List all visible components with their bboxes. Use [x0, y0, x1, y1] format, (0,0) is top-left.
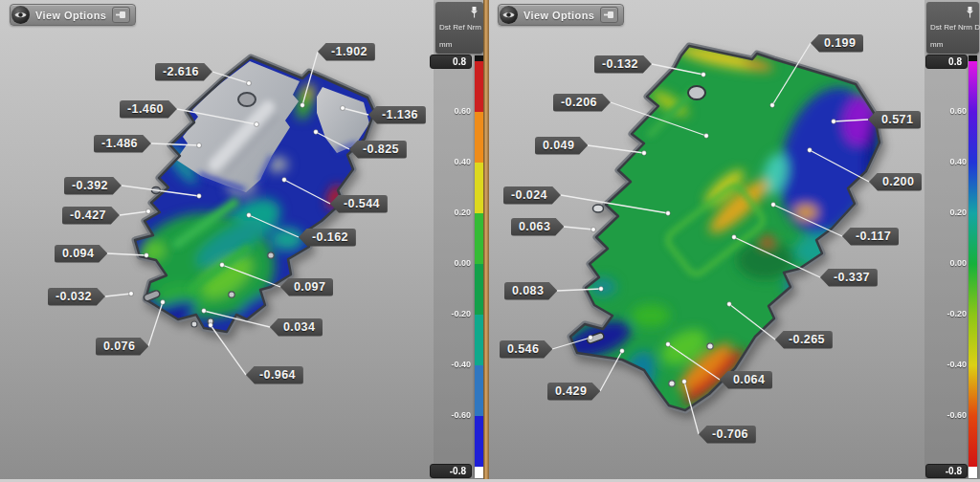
measurement-tag[interactable]: 0.429 — [547, 383, 600, 401]
scale-tick-label: -0.20 — [451, 309, 471, 318]
measurement-tag[interactable]: -0.117 — [842, 228, 899, 246]
scale-unit: mm — [439, 40, 452, 49]
measurement-tag[interactable]: -0.825 — [349, 141, 407, 159]
scale-tick-label: 0.60 — [949, 106, 967, 116]
measurement-tag[interactable]: -1.902 — [318, 43, 375, 61]
scale-title: Dst Ref Nrm Dir — [930, 23, 980, 32]
measurement-tag[interactable]: 0.063 — [511, 218, 564, 236]
scale-header: Dst Ref Nrm Dir mm — [926, 2, 979, 54]
panel-divider[interactable] — [483, 0, 489, 482]
color-scale[interactable]: Dst Ref Nrm Dir mm 0.8 -0.8 0.600.400.20… — [434, 0, 484, 482]
color-bar — [475, 55, 483, 478]
scale-tick-label: 0.00 — [454, 258, 471, 268]
color-scale[interactable]: Dst Ref Nrm Dir mm 0.8 -0.8 0.600.400.20… — [924, 0, 980, 482]
scale-title: Dst Ref Nrm Dir — [439, 23, 484, 32]
scale-tick-label: 0.40 — [949, 157, 967, 166]
measurement-tag[interactable]: -0.206 — [553, 94, 611, 112]
metrology-app: { "app": { "divider_color": "#d9a665", "… — [0, 0, 980, 482]
measurement-tag[interactable]: -0.337 — [820, 269, 878, 287]
measurement-tag[interactable]: 0.097 — [280, 278, 333, 296]
scale-min-value[interactable]: -0.8 — [430, 464, 472, 478]
scale-unit: mm — [930, 40, 943, 49]
color-bar-body — [475, 61, 483, 467]
scale-tick-label: 0.20 — [949, 208, 967, 217]
pin-icon[interactable] — [112, 7, 130, 23]
measurement-tag[interactable]: -1.486 — [94, 135, 151, 153]
scale-tick-label: -0.20 — [947, 309, 967, 318]
measurement-tag[interactable]: -0.162 — [299, 229, 356, 247]
measurement-tag[interactable]: 0.083 — [504, 282, 557, 300]
scale-body: 0.8 -0.8 0.600.400.200.00-0.20-0.40-0.60 — [924, 55, 980, 478]
measurement-tag[interactable]: 0.094 — [55, 245, 107, 263]
scale-header: Dst Ref Nrm Dir mm — [435, 2, 483, 54]
color-bar-cap-bottom — [969, 467, 977, 478]
measurement-tag[interactable]: 0.049 — [535, 137, 588, 155]
view-options-label: View Options — [523, 10, 594, 21]
measurement-tag[interactable]: 0.064 — [720, 371, 772, 389]
scale-tick-label: -0.60 — [451, 410, 471, 420]
measurement-tag[interactable]: -0.265 — [775, 331, 833, 349]
measurement-tag[interactable]: -2.616 — [155, 63, 212, 81]
measurement-tag[interactable]: 0.076 — [96, 338, 148, 356]
view-options-button[interactable]: View Options — [10, 4, 136, 26]
measurement-tag[interactable]: -1.460 — [120, 100, 177, 119]
scale-tick-label: 0.20 — [454, 208, 471, 217]
viewport-right[interactable]: View Options Dst Ref Nrm Dir mm 0.8 -0.8… — [488, 0, 980, 482]
measurement-tag[interactable]: -0.024 — [503, 186, 561, 205]
measurement-tag[interactable]: 0.199 — [811, 34, 863, 53]
pushpin-icon[interactable] — [470, 5, 479, 22]
measurement-tag[interactable]: 0.200 — [869, 173, 922, 191]
measurement-tag[interactable]: -0.544 — [330, 195, 388, 213]
color-bar-cap-bottom — [475, 467, 483, 478]
scale-body: 0.8 -0.8 0.600.400.200.00-0.20-0.40-0.60 — [434, 55, 484, 478]
measurement-tag[interactable]: 0.571 — [868, 111, 921, 129]
view-options-button[interactable]: View Options — [498, 4, 624, 26]
scale-tick-label: 0.60 — [454, 106, 471, 116]
scale-max-value[interactable]: 0.8 — [430, 55, 472, 69]
measurement-tag[interactable]: -0.392 — [64, 177, 122, 195]
color-bar — [969, 55, 977, 478]
pushpin-icon[interactable] — [966, 5, 974, 22]
measurement-tag[interactable]: -0.132 — [594, 55, 652, 74]
measurement-tag[interactable]: -0.964 — [246, 366, 303, 384]
viewport-left[interactable]: View Options Dst Ref Nrm Dir mm 0.8 -0.8… — [0, 0, 484, 482]
pin-icon[interactable] — [600, 7, 618, 23]
scale-tick-label: -0.40 — [451, 360, 471, 369]
scale-tick-label: -0.40 — [947, 360, 967, 369]
color-bar-body — [969, 61, 977, 467]
scale-tick-label: 0.00 — [949, 258, 967, 268]
measurement-tag[interactable]: -1.136 — [368, 106, 426, 124]
measurement-tag[interactable]: -0.706 — [699, 426, 756, 444]
measurement-tag[interactable]: -0.032 — [48, 288, 105, 306]
measurement-tag[interactable]: -0.427 — [62, 207, 120, 225]
scale-min-value[interactable]: -0.8 — [925, 464, 968, 478]
eye-icon — [500, 6, 518, 24]
scale-tick-label: -0.60 — [947, 410, 967, 420]
scale-max-value[interactable]: 0.8 — [925, 55, 968, 69]
eye-icon — [11, 6, 30, 24]
scale-tick-label: 0.40 — [454, 157, 471, 166]
measurement-tag[interactable]: 0.034 — [270, 318, 323, 337]
view-options-label: View Options — [35, 10, 106, 21]
part-3d-view-right — [488, 0, 980, 482]
part-3d-view-left — [0, 0, 484, 482]
measurement-tag[interactable]: 0.546 — [500, 340, 552, 359]
